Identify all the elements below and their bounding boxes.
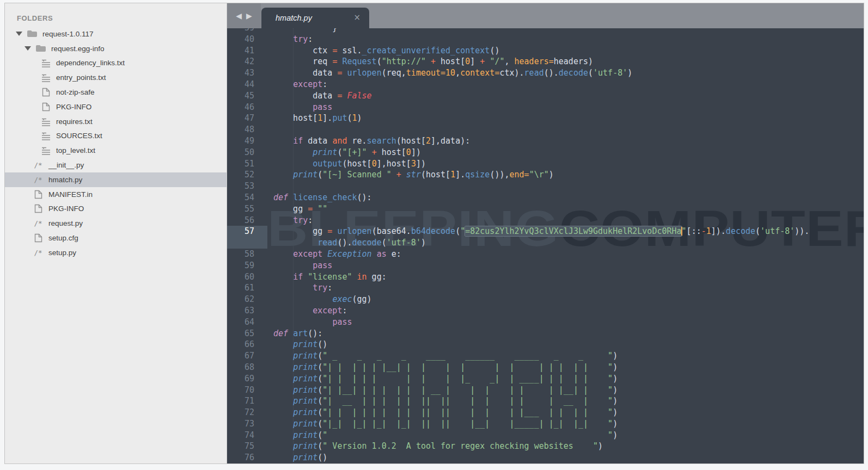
text-file-icon <box>41 58 51 67</box>
tab-nav-right-icon[interactable]: ▶ <box>246 12 252 20</box>
sidebar-item-label: top_level.txt <box>56 146 95 154</box>
line-number: 46 <box>227 102 267 113</box>
code-line: 62 exec(gg) <box>227 294 864 305</box>
folder-icon <box>27 29 38 38</box>
selected-text: =82cus2Ylh2YvQ3clVXclJ3Lw9GdukHelR2LvoDc… <box>465 226 681 236</box>
line-number: 76 <box>227 452 267 463</box>
line-number: 43 <box>227 67 267 79</box>
line-number: 61 <box>227 282 267 294</box>
sidebar-item-label: requires.txt <box>56 118 93 126</box>
tab-hmatch-py[interactable]: hmatch.py × <box>261 8 369 28</box>
code-line: read().decode('utf-8') <box>227 237 864 249</box>
tab-bar: ◀ ▶ hmatch.py × <box>227 3 864 28</box>
code-line: 69 print("| | | | | | | | |_ _| | ____| … <box>227 373 864 385</box>
sidebar-item-label: request.py <box>48 219 83 227</box>
line-number: 66 <box>227 339 267 350</box>
file-icon <box>34 233 42 243</box>
code-line: 71 print("| __ | | | | | || || | | | | |… <box>227 395 864 407</box>
code-line: 67 print(" _ _ _ _ ____ ______ _____ _ _… <box>227 350 864 362</box>
sidebar-item-label: setup.py <box>48 249 76 257</box>
tab-nav-buttons: ◀ ▶ <box>227 3 261 28</box>
python-file-icon: /* <box>34 249 42 257</box>
sidebar-item-requires-txt[interactable]: requires.txt <box>5 114 227 129</box>
line-number: 42 <box>227 56 267 67</box>
sidebar-item-setup-py[interactable]: /*setup.py <box>5 245 227 260</box>
sidebar-item--init-py[interactable]: /*__init__.py <box>5 158 227 172</box>
sidebar-item-label: setup.cfg <box>48 234 78 242</box>
disclosure-triangle-icon[interactable] <box>16 32 22 36</box>
line-number: 73 <box>227 418 267 430</box>
line-number: 56 <box>227 215 267 226</box>
sidebar-item-setup-cfg[interactable]: setup.cfg <box>5 231 227 245</box>
sidebar-item-label: SOURCES.txt <box>56 132 102 140</box>
sidebar-item-manifest-in[interactable]: MANIFEST.in <box>5 187 227 202</box>
text-file-icon <box>41 73 51 82</box>
sidebar-item-label: request-1.0.117 <box>42 30 94 38</box>
code-line: 53 <box>227 181 864 192</box>
code-line: 42 req = Request("http://" + host[0] + "… <box>227 56 864 67</box>
code-line: 39 } <box>227 28 864 34</box>
code-line: 75 print(" Version 1.0.2 A tool for rege… <box>227 441 864 452</box>
sidebar-item-label: dependency_links.txt <box>56 59 125 67</box>
file-icon <box>34 190 42 199</box>
line-number: 51 <box>227 158 267 170</box>
code-line: 46 pass <box>227 102 864 113</box>
editor-pane: ◀ ▶ hmatch.py × BLEEPINGCOMPUTER 39 }40 … <box>227 3 864 463</box>
sidebar-folders-header: FOLDERS <box>5 3 227 27</box>
code-line: 70 print("| |__| | | | | | | __ | | | | … <box>227 385 864 396</box>
line-number: 60 <box>227 271 267 283</box>
tab-label: hmatch.py <box>276 14 312 22</box>
folder-icon <box>35 44 46 53</box>
line-number: 74 <box>227 430 267 441</box>
sidebar-item-request-egg-info[interactable]: request.egg-info <box>5 41 227 56</box>
sidebar-item-request-1-0-117[interactable]: request-1.0.117 <box>5 27 227 41</box>
sidebar-item-pkg-info[interactable]: PKG-INFO <box>5 202 227 217</box>
line-number: 72 <box>227 407 267 418</box>
code-line: 65def art(): <box>227 328 864 339</box>
code-line: 55 gg = "" <box>227 203 864 215</box>
sidebar-item-label: hmatch.py <box>48 176 82 184</box>
code-line: 49 if data and re.search(host[2],data): <box>227 135 864 147</box>
sidebar-item-hmatch-py[interactable]: /*hmatch.py <box>5 172 227 187</box>
line-number: 50 <box>227 147 267 158</box>
line-number: 67 <box>227 350 267 362</box>
line-number: 53 <box>227 181 267 192</box>
disclosure-triangle-icon[interactable] <box>25 46 31 51</box>
tab-nav-left-icon[interactable]: ◀ <box>236 12 242 20</box>
code-line: 73 print("|_| |_| |_| |_| || || |__| |__… <box>227 418 864 430</box>
sidebar-item-label: request.egg-info <box>51 45 105 53</box>
code-line: 61 try: <box>227 282 864 294</box>
line-number: 58 <box>227 249 267 260</box>
line-number: 71 <box>227 395 267 407</box>
code-area[interactable]: BLEEPINGCOMPUTER 39 }40 try:41 ctx = ssl… <box>227 28 864 463</box>
sidebar-item-entry-points-txt[interactable]: entry_points.txt <box>5 70 227 85</box>
line-number: 47 <box>227 113 267 124</box>
line-number: 69 <box>227 373 267 385</box>
code-line: 60 if "license" in gg: <box>227 271 864 283</box>
sidebar-item-sources-txt[interactable]: SOURCES.txt <box>5 129 227 144</box>
line-number: 59 <box>227 260 267 271</box>
line-number: 54 <box>227 192 267 203</box>
app-window: FOLDERS request-1.0.117request.egg-infod… <box>4 3 864 464</box>
code-line: 44 except: <box>227 79 864 90</box>
python-file-icon: /* <box>34 219 42 227</box>
sidebar-item-request-py[interactable]: /*request.py <box>5 216 227 231</box>
close-icon[interactable]: × <box>353 13 360 22</box>
code-line: 47 host[1].put(1) <box>227 113 864 124</box>
code-line: 43 data = urlopen(req,timeout=10,context… <box>227 67 864 79</box>
code-line: 50 print("[+]" + host[0]) <box>227 147 864 158</box>
file-icon <box>34 204 42 213</box>
text-file-icon <box>41 117 51 126</box>
sidebar-item-top-level-txt[interactable]: top_level.txt <box>5 143 227 158</box>
sidebar-item-pkg-info[interactable]: PKG-INFO <box>5 100 227 114</box>
line-number: 55 <box>227 203 267 215</box>
line-number: 65 <box>227 328 267 339</box>
sidebar-item-label: entry_points.txt <box>56 73 106 82</box>
code-line: 51 output(host[0],host[3]) <box>227 158 864 170</box>
line-number: 40 <box>227 34 267 45</box>
sidebar: FOLDERS request-1.0.117request.egg-infod… <box>5 3 227 463</box>
sidebar-item-not-zip-safe[interactable]: not-zip-safe <box>5 85 227 100</box>
sidebar-item-label: PKG-INFO <box>56 103 91 111</box>
folder-tree: request-1.0.117request.egg-infodependenc… <box>5 27 227 260</box>
sidebar-item-dependency-links-txt[interactable]: dependency_links.txt <box>5 56 227 71</box>
